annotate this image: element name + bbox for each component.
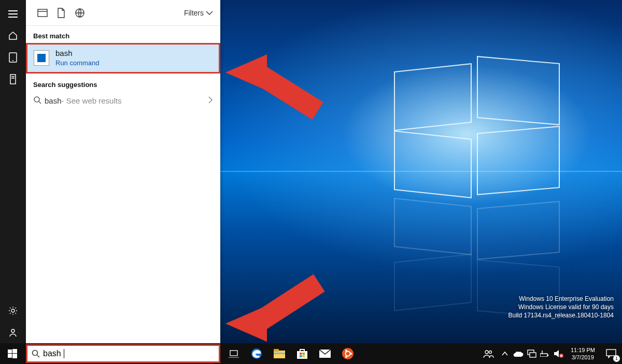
clock-date: 3/7/2019 bbox=[571, 354, 595, 361]
filters-label: Filters bbox=[184, 9, 204, 17]
svg-point-34 bbox=[489, 351, 491, 354]
watermark-line: Windows 10 Enterprise Evaluation bbox=[508, 295, 614, 303]
svg-point-3 bbox=[11, 309, 15, 312]
windows-logo-reflection bbox=[394, 254, 472, 311]
edge-icon[interactable] bbox=[245, 343, 268, 364]
svg-rect-23 bbox=[300, 353, 302, 355]
best-match-heading: Best match bbox=[26, 26, 220, 43]
action-center-button[interactable]: 1 bbox=[600, 343, 622, 364]
watermark-line: Build 17134.rs4_release.180410-1804 bbox=[508, 311, 614, 319]
tray-overflow-icon[interactable] bbox=[498, 343, 512, 364]
svg-rect-36 bbox=[530, 353, 536, 357]
taskbar: 11:19 PM 3/7/2019 1 bbox=[0, 343, 622, 364]
result-title: bash bbox=[55, 49, 100, 58]
svg-rect-24 bbox=[303, 353, 305, 355]
home-icon[interactable] bbox=[0, 25, 26, 47]
start-button[interactable] bbox=[0, 343, 25, 364]
taskbar-search-box[interactable] bbox=[26, 344, 220, 363]
tablet-icon[interactable] bbox=[0, 47, 26, 68]
task-view-button[interactable] bbox=[222, 343, 245, 364]
svg-rect-25 bbox=[300, 355, 302, 357]
svg-rect-5 bbox=[38, 9, 47, 17]
windows-logo-pane bbox=[394, 130, 472, 198]
microsoft-store-icon[interactable] bbox=[291, 343, 314, 364]
svg-point-4 bbox=[11, 329, 15, 332]
svg-rect-21 bbox=[274, 353, 285, 354]
svg-point-7 bbox=[34, 97, 39, 102]
start-search-panel: Filters Best match bash Run command Sear… bbox=[26, 0, 220, 343]
search-category-rail bbox=[0, 0, 26, 343]
search-panel-header: Filters bbox=[26, 0, 220, 26]
file-explorer-icon[interactable] bbox=[268, 343, 291, 364]
people-icon[interactable] bbox=[478, 343, 498, 364]
windows-logo-pane bbox=[394, 63, 472, 131]
suggestion-query: bash bbox=[45, 96, 62, 105]
svg-rect-26 bbox=[303, 355, 305, 357]
chevron-down-icon bbox=[206, 10, 213, 16]
svg-point-16 bbox=[33, 351, 38, 356]
svg-rect-15 bbox=[12, 354, 17, 358]
svg-rect-20 bbox=[274, 349, 279, 352]
svg-rect-2 bbox=[10, 75, 16, 84]
svg-rect-39 bbox=[606, 350, 616, 356]
apps-scope-icon[interactable] bbox=[33, 4, 52, 22]
svg-point-1 bbox=[12, 60, 13, 61]
activation-watermark: Windows 10 Enterprise Evaluation Windows… bbox=[508, 295, 614, 319]
windows-logo-pane bbox=[477, 126, 560, 195]
text-caret bbox=[64, 349, 64, 358]
network-icon[interactable] bbox=[525, 343, 539, 364]
windows-logo-reflection bbox=[394, 198, 472, 255]
suggestion-hint: - See web results bbox=[62, 96, 122, 105]
volume-muted-icon[interactable] bbox=[552, 343, 566, 364]
taskbar-clock[interactable]: 11:19 PM 3/7/2019 bbox=[566, 346, 600, 361]
svg-rect-22 bbox=[297, 351, 307, 359]
svg-point-32 bbox=[345, 356, 347, 358]
windows-logo-reflection bbox=[477, 201, 560, 260]
power-icon[interactable] bbox=[539, 343, 552, 364]
svg-rect-14 bbox=[8, 354, 12, 358]
svg-rect-13 bbox=[12, 349, 17, 353]
account-icon[interactable] bbox=[0, 322, 26, 343]
best-match-result[interactable]: bash Run command bbox=[26, 43, 220, 74]
filters-dropdown[interactable]: Filters bbox=[184, 9, 213, 17]
search-icon bbox=[32, 350, 40, 358]
svg-rect-12 bbox=[8, 350, 12, 353]
search-icon bbox=[33, 96, 45, 106]
web-suggestion[interactable]: bash - See web results bbox=[26, 92, 220, 110]
hamburger-icon[interactable] bbox=[0, 3, 26, 25]
chevron-right-icon bbox=[208, 96, 213, 105]
tower-icon[interactable] bbox=[0, 68, 26, 90]
onedrive-icon[interactable] bbox=[512, 343, 525, 364]
windows-logo-pane bbox=[477, 56, 560, 125]
svg-rect-17 bbox=[230, 351, 237, 356]
search-suggestions-heading: Search suggestions bbox=[26, 75, 220, 92]
mail-icon[interactable] bbox=[314, 343, 336, 364]
system-tray: 11:19 PM 3/7/2019 1 bbox=[478, 343, 622, 364]
svg-point-30 bbox=[350, 353, 352, 355]
svg-rect-19 bbox=[274, 351, 285, 358]
watermark-line: Windows License valid for 90 days bbox=[508, 303, 614, 311]
result-subtitle: Run command bbox=[55, 59, 100, 67]
taskbar-pinned-apps bbox=[222, 343, 359, 364]
svg-point-33 bbox=[485, 351, 488, 354]
svg-point-31 bbox=[345, 350, 347, 352]
notification-badge: 1 bbox=[613, 355, 620, 362]
settings-icon[interactable] bbox=[0, 300, 26, 322]
ubuntu-icon[interactable] bbox=[336, 343, 359, 364]
web-scope-icon[interactable] bbox=[70, 4, 89, 22]
command-icon bbox=[34, 50, 49, 66]
clock-time: 11:19 PM bbox=[571, 346, 595, 354]
documents-scope-icon[interactable] bbox=[52, 4, 70, 22]
search-input[interactable] bbox=[43, 349, 147, 358]
svg-rect-37 bbox=[540, 354, 547, 357]
